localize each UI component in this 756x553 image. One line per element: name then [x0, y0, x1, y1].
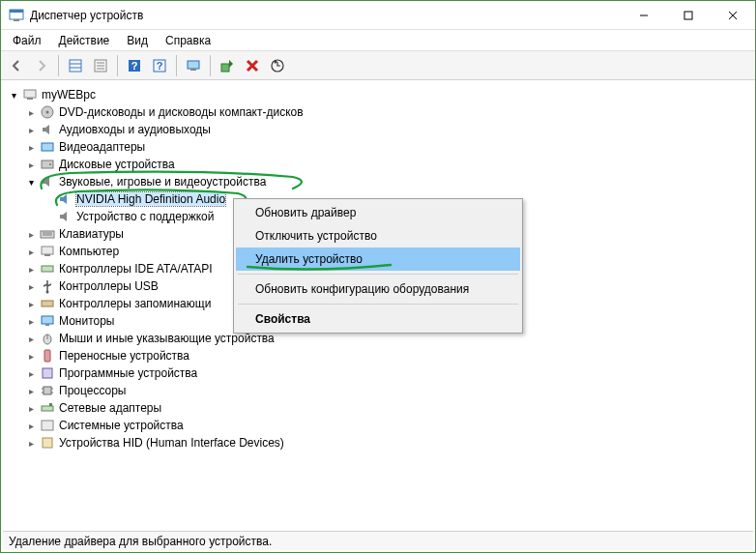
svg-rect-36 — [42, 266, 53, 272]
speaker-icon — [40, 174, 55, 189]
storage-controller-icon — [40, 296, 55, 311]
svg-rect-39 — [42, 316, 53, 324]
chevron-right-icon[interactable]: ▸ — [24, 366, 38, 380]
speaker-icon — [57, 209, 73, 224]
svg-rect-45 — [44, 387, 51, 394]
chevron-right-icon[interactable]: ▸ — [24, 401, 38, 415]
tree-node-network-adapters[interactable]: ▸ Сетевые адаптеры — [3, 399, 753, 417]
tree-node-audio-io[interactable]: ▸ Аудиовходы и аудиовыходы — [3, 121, 753, 138]
toolbar: ? ? — [1, 51, 755, 80]
chevron-right-icon[interactable]: ▸ — [24, 158, 38, 171]
svg-rect-4 — [684, 12, 692, 19]
update-driver-button[interactable] — [266, 54, 289, 77]
svg-rect-25 — [27, 98, 33, 100]
network-adapter-icon — [40, 400, 55, 416]
svg-rect-35 — [44, 254, 50, 256]
ctx-properties[interactable]: Свойства — [236, 307, 520, 331]
app-icon — [9, 8, 24, 23]
ctx-scan-hardware[interactable]: Обновить конфигурацию оборудования — [236, 277, 520, 301]
chevron-right-icon[interactable]: ▸ — [24, 314, 38, 328]
chevron-right-icon[interactable]: ▸ — [24, 227, 38, 241]
chevron-right-icon[interactable]: ▸ — [24, 279, 38, 293]
statusbar: Удаление драйвера для выбранного устройс… — [3, 531, 753, 550]
chevron-right-icon[interactable]: ▸ — [24, 140, 38, 154]
enable-device-button[interactable] — [216, 54, 239, 77]
chevron-right-icon[interactable]: ▸ — [24, 262, 38, 276]
tree-node-dvd[interactable]: ▸ DVD-дисководы и дисководы компакт-диск… — [3, 103, 753, 121]
tree-node-disk-devices[interactable]: ▸ Дисковые устройства — [3, 156, 753, 173]
cpu-icon — [40, 383, 55, 398]
chevron-right-icon[interactable]: ▸ — [24, 245, 38, 258]
context-menu: Обновить драйвер Отключить устройство Уд… — [233, 198, 523, 334]
svg-rect-43 — [44, 350, 50, 362]
uninstall-device-button[interactable] — [241, 54, 264, 77]
minimize-button[interactable] — [622, 1, 666, 30]
scan-hardware-button[interactable] — [182, 54, 205, 77]
svg-rect-44 — [43, 368, 52, 378]
disk-icon — [40, 157, 55, 172]
close-button[interactable] — [711, 1, 755, 30]
chevron-right-icon[interactable]: ▸ — [24, 349, 38, 363]
svg-rect-29 — [42, 160, 53, 168]
svg-rect-52 — [42, 421, 53, 430]
svg-rect-19 — [190, 69, 196, 71]
mouse-icon — [40, 331, 55, 346]
svg-point-27 — [46, 111, 49, 114]
tree-node-video-adapters[interactable]: ▸ Видеоадаптеры — [3, 138, 753, 156]
portable-device-icon — [40, 348, 55, 364]
tree-node-software-devices[interactable]: ▸ Программные устройства — [3, 364, 753, 382]
hid-icon — [40, 435, 55, 451]
ctx-uninstall-device-label: Удалить устройство — [255, 252, 363, 266]
tree-node-processors[interactable]: ▸ Процессоры — [3, 382, 753, 399]
menu-help[interactable]: Справка — [158, 32, 218, 49]
show-hide-tree-button[interactable] — [64, 54, 87, 77]
ctx-disable-device[interactable]: Отключить устройство — [236, 224, 520, 247]
ctx-update-driver[interactable]: Обновить драйвер — [236, 201, 520, 224]
tree-node-system-devices[interactable]: ▸ Системные устройства — [3, 417, 753, 434]
tree-node-hid[interactable]: ▸ Устройства HID (Human Interface Device… — [3, 434, 753, 451]
ctx-separator — [238, 304, 518, 305]
chevron-right-icon[interactable]: ▸ — [24, 297, 38, 310]
tree-root[interactable]: ▾ myWEBpc — [3, 86, 753, 103]
menubar: Файл Действие Вид Справка — [1, 30, 755, 51]
software-device-icon — [40, 365, 55, 381]
maximize-button[interactable] — [666, 1, 711, 30]
chevron-right-icon[interactable]: ▸ — [24, 436, 38, 450]
titlebar: Диспетчер устройств — [1, 1, 755, 30]
svg-rect-18 — [188, 61, 199, 69]
speaker-icon — [57, 191, 73, 207]
back-button[interactable] — [5, 54, 28, 77]
chevron-right-icon[interactable]: ▸ — [24, 123, 38, 136]
svg-point-30 — [49, 163, 51, 165]
svg-rect-34 — [42, 247, 53, 254]
chevron-down-icon[interactable]: ▾ — [24, 175, 38, 189]
ctx-uninstall-device[interactable]: Удалить устройство — [236, 247, 520, 271]
menu-view[interactable]: Вид — [119, 32, 156, 49]
menu-file[interactable]: Файл — [5, 32, 49, 49]
chevron-down-icon[interactable]: ▾ — [7, 88, 20, 102]
tree-node-nvidia-hda-label: NVIDIA High Definition Audio — [76, 192, 225, 206]
chevron-right-icon[interactable]: ▸ — [24, 384, 38, 397]
svg-rect-51 — [49, 403, 52, 406]
chevron-right-icon[interactable]: ▸ — [24, 105, 38, 119]
svg-rect-50 — [42, 406, 53, 411]
svg-text:?: ? — [157, 60, 163, 72]
menu-action[interactable]: Действие — [51, 32, 118, 49]
tree-node-sound-game-video[interactable]: ▾ Звуковые, игровые и видеоустройства — [3, 173, 753, 190]
help-button[interactable]: ? — [123, 54, 146, 77]
chevron-right-icon[interactable]: ▸ — [24, 419, 38, 432]
svg-rect-24 — [24, 90, 36, 98]
tree-node-portable[interactable]: ▸ Переносные устройства — [3, 347, 753, 364]
svg-point-37 — [46, 291, 49, 294]
tree-root-label: myWEBpc — [42, 88, 96, 102]
svg-rect-1 — [10, 10, 23, 13]
svg-rect-2 — [14, 19, 19, 21]
keyboard-icon — [40, 226, 55, 242]
svg-text:?: ? — [131, 60, 138, 72]
chevron-right-icon[interactable]: ▸ — [24, 332, 38, 345]
properties-button[interactable] — [89, 54, 112, 77]
svg-rect-20 — [221, 64, 229, 72]
forward-button[interactable] — [30, 54, 53, 77]
topic-help-button[interactable]: ? — [148, 54, 171, 77]
usb-icon — [40, 278, 55, 294]
